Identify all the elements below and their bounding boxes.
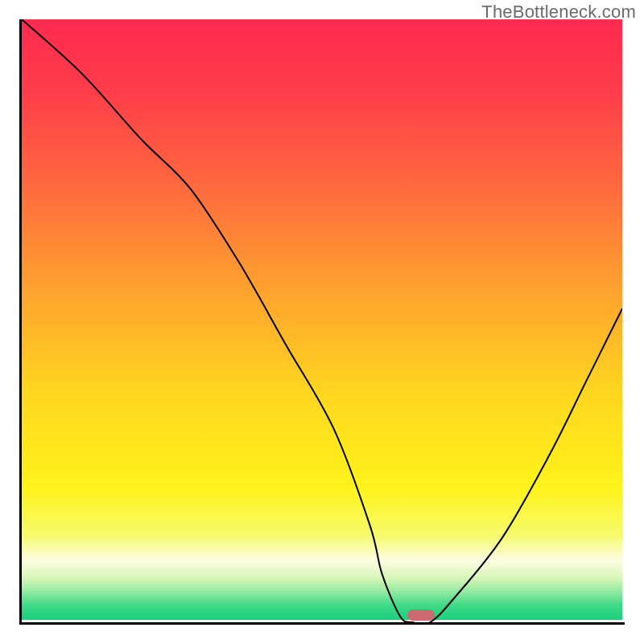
optimal-point-marker — [407, 609, 435, 620]
chart-container: TheBottleneck.com — [0, 0, 644, 644]
bottleneck-curve — [22, 19, 622, 622]
plot-area — [22, 19, 622, 622]
